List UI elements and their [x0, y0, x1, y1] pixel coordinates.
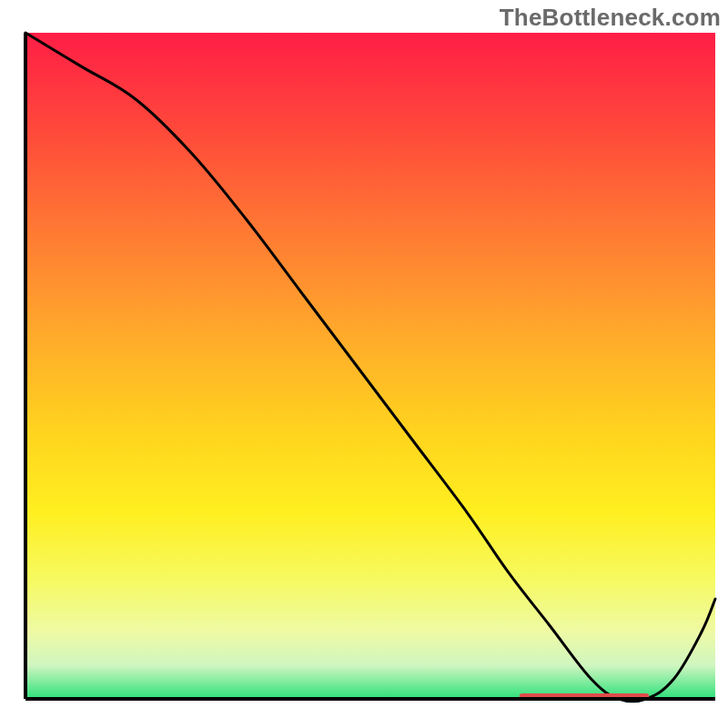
plot-background — [25, 33, 715, 699]
bottleneck-chart — [0, 0, 728, 728]
watermark-text: TheBottleneck.com — [500, 4, 721, 32]
